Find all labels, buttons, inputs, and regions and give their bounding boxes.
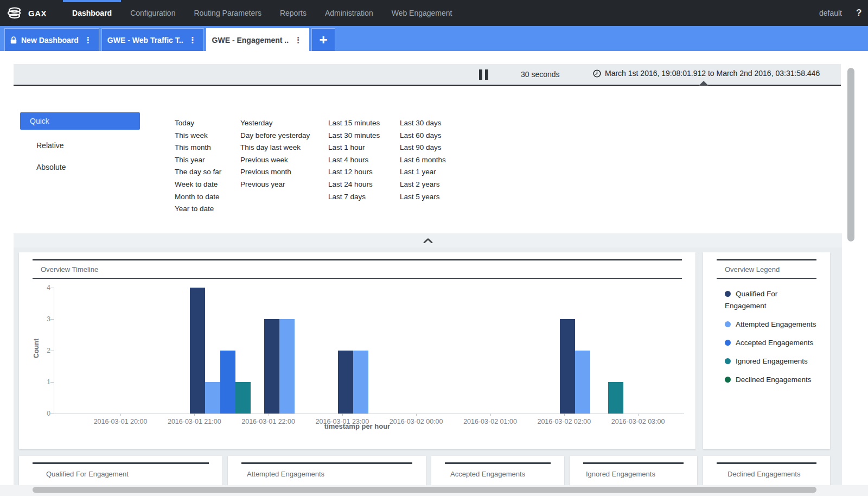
chart-bar-qualified-for-engagement[interactable] [264, 319, 279, 414]
nav-item-routing-parameters[interactable]: Routing Parameters [184, 0, 271, 26]
quick-option-last-24-hours[interactable]: Last 24 hours [328, 179, 380, 191]
nav-item-configuration[interactable]: Configuration [121, 0, 184, 26]
refresh-interval[interactable]: 30 seconds [521, 70, 560, 79]
x-tick-mark [342, 414, 343, 416]
top-navigation-bar: GAX DashboardConfigurationRouting Parame… [0, 0, 868, 26]
x-tick-label: 2016-03-02 00:00 [378, 418, 454, 425]
quick-option-last-30-minutes[interactable]: Last 30 minutes [328, 130, 380, 142]
y-tick-mark [50, 288, 54, 288]
pause-button[interactable] [479, 69, 491, 80]
collapse-panel-control[interactable] [14, 233, 842, 247]
help-icon[interactable]: ? [856, 8, 866, 18]
x-tick-mark [269, 414, 269, 416]
nav-item-web-engagement[interactable]: Web Engagement [382, 0, 462, 26]
legend-item-qualified-for-engagement[interactable]: Qualified For Engagement [725, 288, 817, 312]
x-tick-label: 2016-03-02 01:00 [452, 418, 528, 425]
dashboard-content: Overview Timeline Count timestamp per ho… [14, 247, 842, 496]
quick-option-last-30-days[interactable]: Last 30 days [400, 117, 446, 130]
quick-option-this-year[interactable]: This year [175, 154, 221, 167]
tab-menu-icon[interactable]: ⋮ [188, 35, 198, 45]
quick-option-year-to-date[interactable]: Year to date [175, 203, 221, 215]
dashboard-tab-gwe-web-traffic-t[interactable]: GWE - Web Traffic T..⋮ [101, 28, 204, 51]
time-picker-panel: QuickRelativeAbsoluteTodayThis weekThis … [14, 86, 841, 233]
dashboard-tab-gwe-engagement[interactable]: GWE - Engagement ..⋮ [206, 28, 310, 51]
chevron-up-icon [423, 238, 433, 243]
quick-option-month-to-date[interactable]: Month to date [175, 191, 221, 204]
quick-option-the-day-so-far[interactable]: The day so far [175, 166, 221, 179]
quick-option-week-to-date[interactable]: Week to date [175, 179, 221, 191]
chart-bar-attempted-engagements[interactable] [575, 351, 590, 414]
vertical-scrollbar[interactable] [847, 68, 854, 241]
tab-label: New Dashboard [21, 36, 79, 44]
x-tick-label: 2016-03-02 03:00 [600, 418, 676, 425]
bar-chart: Count timestamp per hour 012342016-03-01… [19, 252, 695, 449]
panel-attempted-engagements: Attempted Engagements [228, 456, 426, 488]
quick-option-last-4-hours[interactable]: Last 4 hours [328, 154, 380, 167]
chart-bar-qualified-for-engagement[interactable] [190, 288, 205, 414]
quick-options-column: YesterdayDay before yesterdayThis day la… [240, 117, 310, 191]
time-range-label: March 1st 2016, 19:08:01.912 to March 2n… [605, 69, 820, 78]
legend-item-attempted-engagements[interactable]: Attempted Engagements [725, 319, 817, 330]
quick-option-last-6-months[interactable]: Last 6 months [400, 154, 446, 167]
tab-label: GWE - Engagement .. [212, 36, 289, 44]
panel-declined-engagements: Declined Engagements [703, 456, 830, 488]
quick-option-last-1-year[interactable]: Last 1 year [400, 166, 446, 179]
user-menu[interactable]: default [819, 9, 842, 17]
chart-bar-attempted-engagements[interactable] [279, 319, 295, 414]
legend-dot-icon [725, 321, 731, 327]
tab-menu-icon[interactable]: ⋮ [293, 35, 303, 45]
tab-menu-icon[interactable]: ⋮ [83, 35, 93, 45]
x-tick-mark [416, 414, 417, 416]
x-tick-mark [638, 414, 639, 416]
quick-option-yesterday[interactable]: Yesterday [240, 117, 310, 130]
timepanel-tab-relative[interactable]: Relative [20, 137, 140, 154]
chart-bar-attempted-engagements[interactable] [205, 382, 220, 414]
chart-bar-ignored-engagements[interactable] [235, 382, 251, 414]
add-dashboard-tab-button[interactable]: + [311, 28, 335, 51]
quick-option-previous-week[interactable]: Previous week [240, 154, 310, 167]
quick-option-previous-month[interactable]: Previous month [240, 166, 310, 179]
overview-legend-panel: Overview Legend Qualified For Engagement… [703, 252, 830, 449]
quick-option-today[interactable]: Today [175, 117, 221, 130]
clock-icon [593, 69, 601, 78]
chart-bar-qualified-for-engagement[interactable] [560, 319, 575, 414]
y-tick-mark [50, 414, 54, 414]
legend-dot-icon [725, 358, 731, 364]
x-tick-mark [564, 414, 565, 416]
horizontal-scrollbar[interactable] [33, 487, 816, 493]
dashboard-tab-new-dashboard[interactable]: New Dashboard⋮ [4, 28, 99, 51]
timepanel-tab-absolute[interactable]: Absolute [20, 158, 140, 176]
quick-option-last-60-days[interactable]: Last 60 days [400, 130, 446, 142]
quick-option-last-2-years[interactable]: Last 2 years [400, 179, 446, 191]
legend-items: Qualified For EngagementAttempted Engage… [725, 288, 817, 392]
quick-option-last-7-days[interactable]: Last 7 days [328, 191, 380, 204]
tab-label: GWE - Web Traffic T.. [107, 36, 183, 44]
quick-option-last-1-hour[interactable]: Last 1 hour [328, 142, 380, 154]
quick-option-previous-year[interactable]: Previous year [240, 179, 310, 191]
quick-option-this-week[interactable]: This week [175, 130, 221, 142]
legend-item-declined-engagements[interactable]: Declined Engagements [725, 374, 817, 386]
quick-option-last-5-years[interactable]: Last 5 years [400, 191, 446, 204]
quick-option-last-15-minutes[interactable]: Last 15 minutes [328, 117, 380, 130]
nav-item-dashboard[interactable]: Dashboard [63, 0, 121, 26]
quick-option-this-month[interactable]: This month [175, 142, 221, 154]
timepanel-tab-quick[interactable]: Quick [20, 112, 140, 130]
gax-brand: GAX [0, 5, 55, 21]
nav-item-reports[interactable]: Reports [271, 0, 316, 26]
nav-item-administration[interactable]: Administration [316, 0, 382, 26]
y-tick-mark [50, 319, 54, 320]
panel-rule [445, 462, 551, 464]
time-range-selector[interactable]: March 1st 2016, 19:08:01.912 to March 2n… [593, 69, 820, 78]
legend-item-accepted-engagements[interactable]: Accepted Engagements [725, 337, 817, 349]
panel-rule [33, 462, 209, 464]
quick-option-last-90-days[interactable]: Last 90 days [400, 142, 446, 154]
quick-option-this-day-last-week[interactable]: This day last week [240, 142, 310, 154]
chart-bar-attempted-engagements[interactable] [353, 351, 368, 414]
quick-option-day-before-yesterday[interactable]: Day before yesterday [240, 130, 310, 142]
chart-bar-ignored-engagements[interactable] [608, 382, 623, 414]
legend-item-ignored-engagements[interactable]: Ignored Engagements [725, 355, 817, 367]
chart-bar-qualified-for-engagement[interactable] [338, 351, 353, 414]
panel-rule [583, 462, 684, 464]
chart-bar-accepted-engagements[interactable] [220, 351, 235, 414]
quick-option-last-12-hours[interactable]: Last 12 hours [328, 166, 380, 179]
